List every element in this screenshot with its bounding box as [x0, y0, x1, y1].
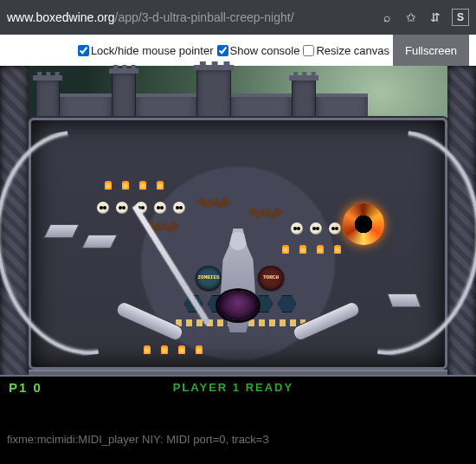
- url-text[interactable]: www.boxedwine.org/app/3-d-ultra-pinball-…: [7, 10, 370, 24]
- show-console-label: Show console: [230, 44, 300, 57]
- game-canvas[interactable]: ZOMBIES SLIM JIM TORCH P1 0 PLAYER 1 REA…: [0, 66, 476, 397]
- tomb-icon: [387, 293, 421, 307]
- lock-pointer-checkbox[interactable]: Lock/hide mouse pointer: [78, 44, 214, 57]
- target-torch: TORCH: [258, 266, 284, 290]
- read-aloud-icon[interactable]: ⇵: [428, 10, 443, 25]
- candles-icon: [105, 177, 164, 190]
- show-console-input[interactable]: [217, 45, 228, 56]
- resize-canvas-checkbox[interactable]: Resize canvas: [303, 44, 389, 57]
- sword-rail: [132, 205, 210, 325]
- favorite-icon[interactable]: ✩: [403, 10, 419, 25]
- launch-hole: [218, 291, 258, 320]
- fire-ring-icon: [343, 203, 384, 245]
- bat-icon: [248, 207, 284, 219]
- fullscreen-button[interactable]: Fullscreen: [393, 35, 469, 66]
- player-score: P1 0: [0, 380, 42, 395]
- tomb-icon: [81, 235, 118, 248]
- candles-icon: [144, 342, 203, 354]
- console-output[interactable]: fixme:mcimidi:MIDI_player NIY: MIDI port…: [0, 397, 476, 464]
- resize-canvas-input[interactable]: [303, 45, 314, 56]
- show-console-checkbox[interactable]: Show console: [217, 44, 300, 57]
- candles-icon: [282, 242, 341, 254]
- score-bar: P1 0 PLAYER 1 READY: [0, 375, 476, 397]
- flipper-left[interactable]: [114, 300, 185, 343]
- lock-pointer-input[interactable]: [78, 45, 89, 56]
- browser-address-bar: www.boxedwine.org/app/3-d-ultra-pinball-…: [0, 0, 476, 35]
- emulator-controls: Lock/hide mouse pointer Show console Res…: [0, 35, 476, 66]
- url-domain: www.boxedwine.org: [7, 10, 115, 24]
- url-path: /app/3-d-ultra-pinball-creep-night/: [115, 10, 294, 24]
- skull-targets-2: [291, 222, 341, 235]
- lock-pointer-label: Lock/hide mouse pointer: [91, 44, 214, 57]
- console-line: fixme:mcimidi:MIDI_player NIY: MIDI port…: [7, 432, 469, 448]
- search-icon[interactable]: ⌕: [379, 10, 395, 25]
- extension-icon[interactable]: S: [452, 9, 469, 26]
- playfield: ZOMBIES SLIM JIM TORCH: [29, 118, 447, 370]
- status-message: PLAYER 1 READY: [42, 381, 424, 394]
- bat-icon: [196, 197, 232, 209]
- resize-canvas-label: Resize canvas: [316, 44, 389, 57]
